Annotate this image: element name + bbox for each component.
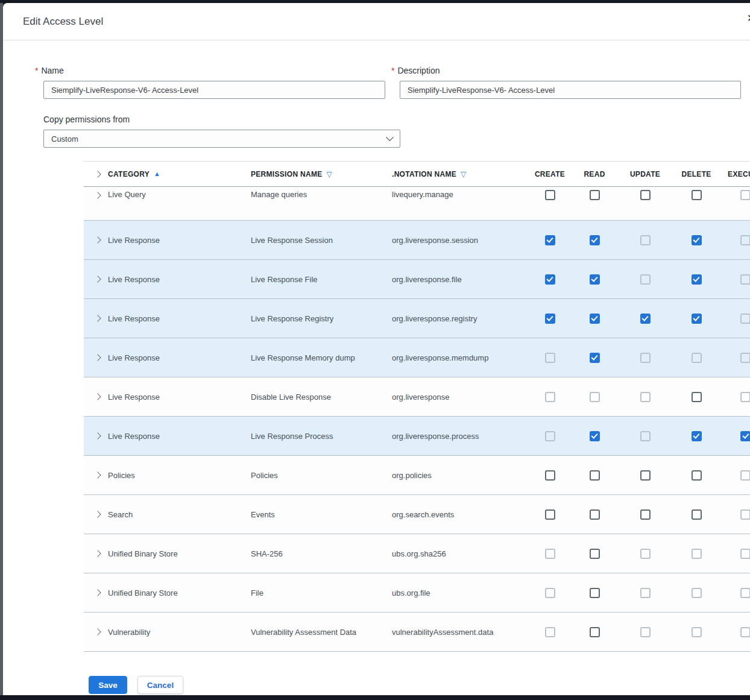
row-expand-control[interactable] [84, 512, 108, 517]
update-checkbox[interactable] [640, 190, 651, 200]
description-field-group: *Description [400, 66, 741, 99]
create-checkbox[interactable] [545, 314, 555, 324]
checkbox-cell [573, 235, 616, 245]
table-row: Live ResponseLive Response Registryorg.l… [84, 299, 750, 338]
table-row: Live ResponseDisable Live Responseorg.li… [84, 377, 750, 417]
update-checkbox [640, 588, 651, 598]
category-cell: Live Response [108, 275, 251, 284]
row-expand-control[interactable] [84, 551, 108, 556]
notation-cell: org.liveresponse.memdump [392, 353, 527, 362]
save-button[interactable]: Save [89, 676, 127, 694]
filter-icon[interactable]: ▽ [461, 171, 467, 178]
create-checkbox [545, 431, 555, 441]
cancel-button[interactable]: Cancel [137, 676, 183, 694]
category-cell: Live Response [108, 353, 251, 362]
read-checkbox[interactable] [590, 431, 600, 441]
read-checkbox[interactable] [590, 509, 600, 520]
checkbox-cell [527, 274, 573, 285]
read-checkbox[interactable] [590, 190, 600, 200]
checkbox-cell [674, 190, 719, 200]
delete-checkbox[interactable] [692, 190, 702, 200]
create-checkbox[interactable] [545, 470, 555, 481]
delete-checkbox[interactable] [692, 509, 702, 520]
create-checkbox[interactable] [545, 190, 555, 200]
category-cell: Policies [108, 471, 251, 480]
category-cell: Live Response [108, 432, 251, 441]
column-header-notation-name[interactable]: .NOTATION NAME ▽ [392, 170, 527, 178]
expand-all-header[interactable] [84, 172, 108, 177]
delete-checkbox[interactable] [692, 470, 702, 481]
execute-checkbox[interactable] [740, 431, 750, 441]
execute-checkbox [740, 509, 750, 520]
row-expand-control[interactable] [84, 355, 108, 360]
read-checkbox[interactable] [590, 549, 600, 559]
description-label: Description [397, 66, 440, 75]
notation-cell: livequery.manage [392, 190, 527, 199]
read-checkbox[interactable] [590, 235, 600, 245]
row-expand-control[interactable] [84, 238, 108, 242]
read-checkbox[interactable] [590, 470, 600, 481]
execute-checkbox [740, 627, 750, 637]
table-row: Live ResponseLive Response Sessionorg.li… [84, 221, 750, 260]
delete-checkbox[interactable] [692, 314, 702, 324]
checkbox-cell [719, 190, 750, 200]
checkbox-cell [674, 509, 719, 520]
checkbox-cell [616, 431, 674, 441]
create-checkbox[interactable] [545, 509, 555, 520]
row-expand-control[interactable] [84, 316, 108, 321]
row-expand-control[interactable] [84, 277, 108, 282]
filter-icon[interactable]: ▽ [327, 171, 333, 178]
checkbox-cell [573, 190, 616, 200]
update-checkbox[interactable] [640, 314, 651, 324]
dialog-header: Edit Access Level ✕ [3, 3, 750, 40]
create-checkbox [545, 588, 555, 598]
column-header-permission-name[interactable]: PERMISSION NAME ▽ [251, 170, 392, 178]
execute-checkbox [740, 353, 750, 363]
read-checkbox[interactable] [590, 627, 600, 637]
copy-permissions-select[interactable]: Custom [43, 130, 400, 148]
delete-checkbox[interactable] [692, 274, 702, 285]
category-cell: Vulnerability [108, 628, 251, 637]
column-header-category[interactable]: CATEGORY ▲ [108, 170, 251, 178]
checkbox-cell [674, 353, 719, 363]
permission-cell: Disable Live Response [251, 393, 392, 402]
create-checkbox[interactable] [545, 235, 555, 245]
row-expand-control[interactable] [84, 629, 108, 634]
row-expand-control[interactable] [84, 473, 108, 478]
chevron-right-icon [94, 511, 101, 517]
chevron-right-icon [94, 192, 101, 198]
table-body: Live QueryManage querieslivequery.manage… [84, 187, 750, 652]
create-checkbox[interactable] [545, 274, 555, 285]
checkbox-cell [527, 431, 573, 441]
checkbox-cell [719, 627, 750, 637]
update-checkbox[interactable] [640, 509, 651, 520]
delete-checkbox[interactable] [692, 431, 702, 441]
read-checkbox[interactable] [590, 588, 600, 598]
dialog-title: Edit Access Level [23, 16, 103, 28]
read-checkbox[interactable] [590, 314, 600, 324]
row-expand-control[interactable] [84, 394, 108, 399]
read-checkbox[interactable] [590, 353, 600, 363]
name-input[interactable] [43, 81, 385, 99]
close-icon[interactable]: ✕ [747, 13, 750, 24]
update-checkbox [640, 549, 651, 559]
description-input[interactable] [400, 81, 741, 99]
column-header-execute: EXECUTE [719, 170, 750, 178]
checkbox-cell [719, 392, 750, 402]
permission-cell: Vulnerability Assessment Data [251, 628, 392, 637]
update-checkbox[interactable] [640, 470, 651, 481]
row-expand-control[interactable] [84, 190, 108, 198]
notation-cell: org.search.events [392, 510, 527, 519]
delete-checkbox[interactable] [692, 392, 702, 402]
sort-ascending-icon: ▲ [154, 171, 160, 177]
checkbox-cell [719, 314, 750, 324]
checkbox-cell [527, 314, 573, 324]
row-expand-control[interactable] [84, 434, 108, 438]
create-checkbox [545, 549, 555, 559]
delete-checkbox[interactable] [692, 235, 702, 245]
row-expand-control[interactable] [84, 590, 108, 595]
notation-cell: org.liveresponse.session [392, 236, 527, 245]
read-checkbox[interactable] [590, 274, 600, 285]
checkbox-cell [616, 235, 674, 245]
checkbox-cell [527, 235, 573, 245]
